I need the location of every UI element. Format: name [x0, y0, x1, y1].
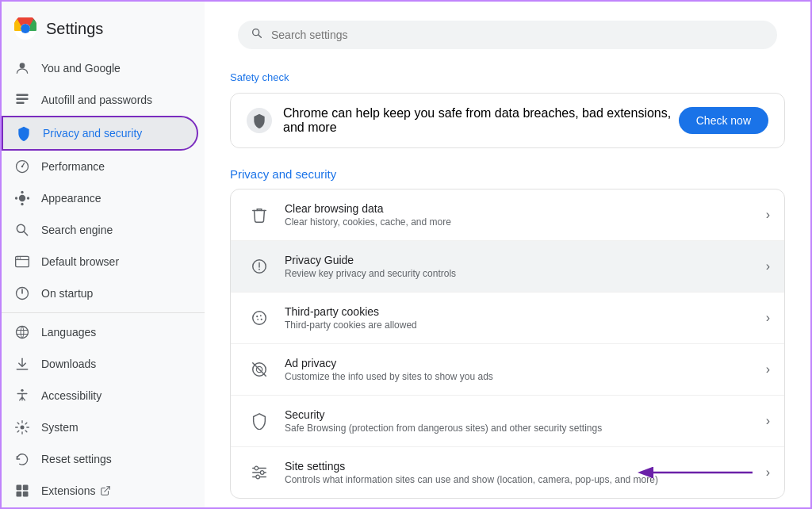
svg-point-2 — [22, 25, 29, 33]
sidebar-item-label: You and Google — [41, 62, 121, 75]
app-title: Settings — [46, 20, 103, 38]
sidebar-item-on-startup[interactable]: On startup — [2, 277, 198, 309]
svg-rect-31 — [23, 492, 29, 497]
settings-item-text: Clear browsing data Clear history, cooki… — [285, 202, 766, 228]
settings-item-title: Security — [285, 408, 766, 421]
svg-point-39 — [256, 316, 258, 317]
search-bar[interactable] — [238, 21, 777, 49]
settings-item-text: Site settings Controls what information … — [285, 460, 766, 485]
svg-rect-4 — [17, 94, 29, 97]
sidebar-item-extensions[interactable]: Extensions — [2, 475, 198, 507]
accessibility-icon — [14, 388, 30, 404]
person-icon — [14, 60, 30, 76]
autofill-icon — [14, 92, 30, 108]
sidebar-item-reset-settings[interactable]: Reset settings — [2, 443, 198, 475]
svg-rect-28 — [17, 485, 22, 491]
svg-rect-29 — [23, 485, 29, 491]
search-input[interactable] — [271, 29, 764, 41]
sidebar-item-label: System — [41, 421, 79, 434]
svg-line-15 — [24, 232, 28, 235]
svg-point-18 — [17, 258, 19, 259]
svg-point-10 — [21, 191, 23, 193]
shield-icon — [16, 125, 32, 141]
sidebar-item-label: Privacy and security — [43, 127, 142, 140]
chevron-right-icon: › — [766, 208, 770, 222]
svg-point-8 — [21, 166, 24, 168]
sidebar-item-you-google[interactable]: You and Google — [2, 52, 198, 84]
svg-rect-5 — [17, 98, 29, 101]
sidebar: Settings You and Google Autofill and pas… — [2, 2, 205, 507]
sidebar-item-label: Downloads — [41, 358, 96, 370]
settings-item-privacy-guide[interactable]: Privacy Guide Review key privacy and sec… — [231, 241, 784, 293]
sidebar-item-label: Languages — [41, 326, 96, 339]
svg-point-27 — [21, 426, 25, 430]
sidebar-divider — [2, 312, 205, 313]
privacy-guide-icon — [245, 252, 274, 281]
trash-icon — [245, 201, 274, 229]
sidebar-item-label: Performance — [41, 160, 105, 173]
ad-privacy-icon — [245, 355, 274, 384]
svg-point-48 — [255, 466, 259, 470]
settings-item-subtitle: Clear history, cookies, cache, and more — [285, 216, 766, 228]
svg-point-50 — [256, 475, 260, 479]
cookies-icon — [245, 304, 274, 332]
svg-rect-30 — [17, 492, 22, 497]
settings-item-ad-privacy[interactable]: Ad privacy Customize the info used by si… — [231, 344, 784, 396]
svg-point-26 — [21, 389, 23, 392]
svg-point-40 — [260, 315, 262, 316]
svg-point-41 — [257, 319, 259, 320]
sidebar-item-label: Default browser — [41, 255, 119, 268]
sidebar-item-performance[interactable]: Performance — [2, 151, 198, 182]
settings-item-security[interactable]: Security Safe Browsing (protection from … — [231, 396, 784, 447]
sidebar-item-label: Autofill and passwords — [41, 94, 152, 106]
sidebar-item-default-browser[interactable]: Default browser — [2, 246, 198, 277]
settings-item-subtitle: Controls what information sites can use … — [285, 474, 766, 485]
settings-item-title: Privacy Guide — [285, 254, 766, 266]
sidebar-item-appearance[interactable]: Appearance — [2, 182, 198, 214]
svg-line-32 — [105, 487, 109, 492]
search-icon — [251, 27, 263, 43]
security-shield-icon — [245, 407, 274, 435]
safety-check-card: Chrome can help keep you safe from data … — [230, 93, 785, 148]
chevron-right-icon: › — [766, 311, 770, 325]
sidebar-item-autofill[interactable]: Autofill and passwords — [2, 84, 198, 116]
sidebar-item-label: Appearance — [41, 192, 102, 205]
browser-icon — [14, 254, 30, 270]
appearance-icon — [14, 190, 30, 206]
svg-point-13 — [27, 197, 29, 199]
sidebar-item-languages[interactable]: Languages — [2, 316, 198, 348]
sidebar-item-downloads[interactable]: Downloads — [2, 348, 198, 380]
sidebar-item-system[interactable]: System — [2, 411, 198, 443]
performance-icon — [14, 159, 30, 174]
settings-item-subtitle: Third-party cookies are allowed — [285, 320, 766, 331]
check-now-button[interactable]: Check now — [679, 107, 768, 134]
settings-item-third-party-cookies[interactable]: Third-party cookies Third-party cookies … — [231, 293, 784, 344]
settings-item-site-settings[interactable]: Site settings Controls what information … — [231, 447, 784, 498]
main-content: Safety check Chrome can help keep you sa… — [205, 2, 810, 507]
svg-line-34 — [259, 35, 262, 38]
external-link-icon — [100, 485, 111, 496]
sidebar-item-privacy-security[interactable]: Privacy and security — [2, 116, 198, 151]
settings-item-subtitle: Customize the info used by sites to show… — [285, 371, 766, 382]
chevron-right-icon: › — [766, 414, 770, 428]
settings-item-text: Third-party cookies Third-party cookies … — [285, 305, 766, 331]
settings-item-text: Privacy Guide Review key privacy and sec… — [285, 254, 766, 279]
safety-check-description: Chrome can help keep you safe from data … — [283, 106, 679, 135]
settings-item-text: Security Safe Browsing (protection from … — [285, 408, 766, 434]
sidebar-item-accessibility[interactable]: Accessibility — [2, 380, 198, 411]
settings-item-title: Site settings — [285, 460, 766, 473]
languages-icon — [14, 324, 30, 340]
safety-check-left: Chrome can help keep you safe from data … — [247, 106, 679, 135]
sidebar-item-label: Reset settings — [41, 453, 112, 465]
settings-item-subtitle: Review key privacy and security controls — [285, 268, 766, 279]
startup-icon — [14, 285, 30, 301]
svg-point-42 — [261, 319, 262, 320]
site-settings-icon — [245, 458, 274, 487]
svg-point-38 — [253, 312, 266, 325]
sidebar-item-search-engine[interactable]: Search engine — [2, 214, 198, 246]
svg-point-12 — [15, 197, 17, 199]
settings-item-clear-browsing[interactable]: Clear browsing data Clear history, cooki… — [231, 189, 784, 241]
reset-icon — [14, 451, 30, 467]
settings-item-text: Ad privacy Customize the info used by si… — [285, 357, 766, 382]
search-engine-icon — [14, 222, 30, 238]
